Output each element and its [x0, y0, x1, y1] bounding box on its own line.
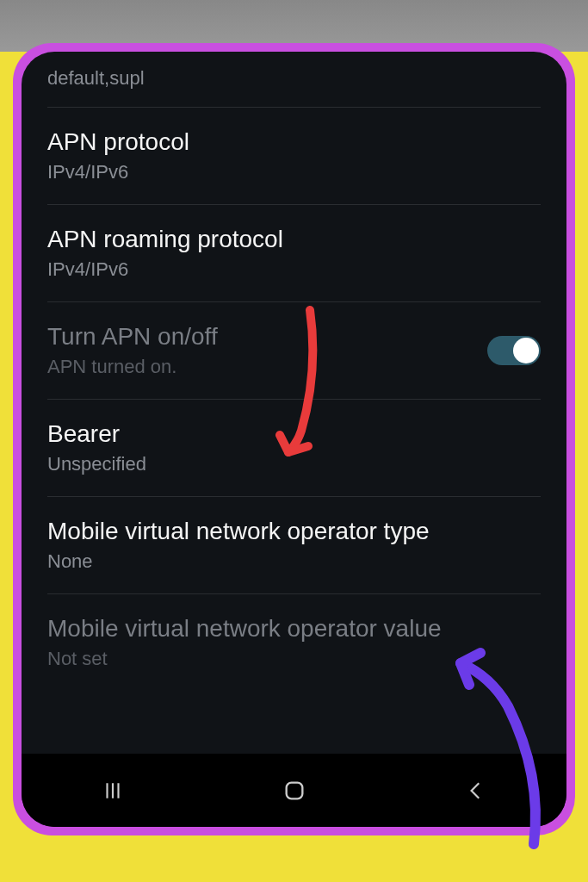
setting-value: Unspecified: [47, 453, 541, 475]
recents-button[interactable]: [87, 773, 139, 808]
svg-rect-3: [286, 782, 302, 798]
apn-toggle-switch[interactable]: [487, 336, 541, 365]
setting-value: None: [47, 550, 541, 573]
setting-title: APN protocol: [47, 128, 541, 156]
android-nav-bar: [22, 754, 566, 827]
setting-value: default,supl: [47, 67, 541, 90]
setting-mvno-type[interactable]: Mobile virtual network operator type Non…: [47, 497, 541, 594]
setting-value: APN turned on.: [47, 356, 487, 378]
setting-title: Mobile virtual network operator type: [47, 518, 541, 545]
setting-apn-type[interactable]: default,supl: [47, 52, 541, 108]
setting-apn-protocol[interactable]: APN protocol IPv4/IPv6: [47, 108, 541, 205]
setting-apn-on-off[interactable]: Turn APN on/off APN turned on.: [47, 302, 541, 400]
toggle-knob: [513, 338, 539, 363]
setting-value: IPv4/IPv6: [47, 258, 541, 281]
setting-title: Turn APN on/off: [47, 323, 487, 351]
setting-value: IPv4/IPv6: [47, 161, 541, 183]
setting-value: Not set: [47, 648, 541, 670]
setting-title: Mobile virtual network operator value: [47, 615, 541, 643]
home-button[interactable]: [269, 773, 320, 808]
setting-title: APN roaming protocol: [47, 226, 541, 253]
device-frame: default,supl APN protocol IPv4/IPv6 APN …: [13, 43, 575, 835]
setting-title: Bearer: [47, 420, 541, 448]
phone-screen: default,supl APN protocol IPv4/IPv6 APN …: [22, 52, 566, 827]
apn-settings-list: default,supl APN protocol IPv4/IPv6 APN …: [22, 52, 566, 754]
back-button[interactable]: [450, 773, 502, 808]
setting-apn-roaming-protocol[interactable]: APN roaming protocol IPv4/IPv6: [47, 205, 541, 302]
setting-bearer[interactable]: Bearer Unspecified: [47, 400, 541, 497]
setting-mvno-value[interactable]: Mobile virtual network operator value No…: [47, 594, 541, 691]
